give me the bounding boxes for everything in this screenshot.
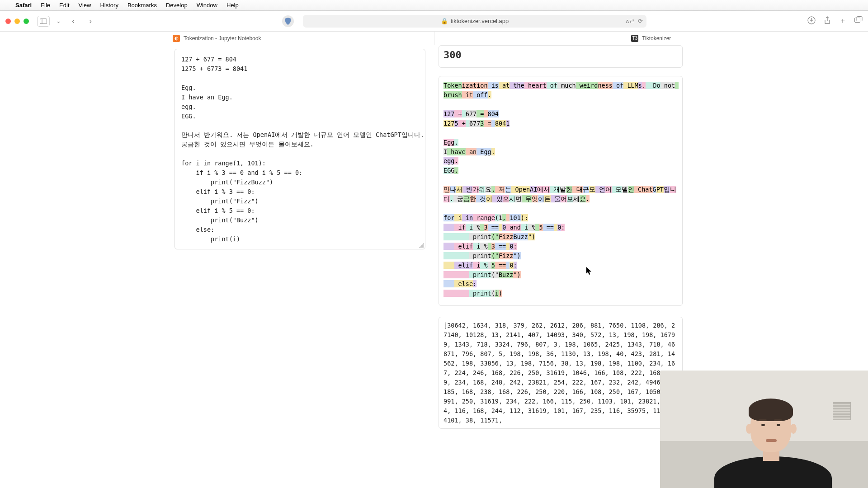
token-count-value: 300 [443,49,462,61]
menubar-app[interactable]: Safari [15,2,32,9]
downloads-icon[interactable] [807,16,816,26]
tab-group-menu[interactable]: ⌄ [54,16,62,27]
tab-label: Tiktokenizer [642,35,671,42]
menu-edit[interactable]: Edit [59,2,69,9]
back-button[interactable]: ‹ [67,16,80,27]
menu-bookmarks[interactable]: Bookmarks [127,2,157,9]
output-pane: 300 Tokenization is at the heart of much… [434,45,687,488]
menu-view[interactable]: View [79,2,91,9]
browser-tab-strip: ◐ Tokenization - Jupyter Notebook T3 Tik… [0,32,868,45]
tab-label: Tokenization - Jupyter Notebook [184,35,261,42]
webcam-overlay [660,371,868,488]
menu-file[interactable]: File [41,2,50,9]
token-ids-card: [30642, 1634, 318, 379, 262, 2612, 286, … [439,317,683,429]
menu-history[interactable]: History [100,2,118,9]
translate-icon[interactable]: ᴀ⇄ [626,18,634,24]
url-bar[interactable]: 🔒 tiktokenizer.vercel.app ᴀ⇄ ⟳ [303,15,646,28]
jupyter-favicon: ◐ [173,35,180,42]
close-window-button[interactable] [5,19,11,24]
sidebar-toggle-button[interactable] [37,16,50,27]
zoom-window-button[interactable] [24,19,29,24]
macos-menubar: Safari File Edit View History Bookmarks … [0,0,868,11]
tab-overview-icon[interactable] [854,16,863,26]
lock-icon: 🔒 [441,18,448,24]
tiktokenizer-favicon: T3 [631,35,638,42]
reload-icon[interactable]: ⟳ [638,18,643,24]
menu-help[interactable]: Help [226,2,239,9]
window-controls [5,19,29,24]
url-text: tiktokenizer.vercel.app [451,18,509,24]
input-textarea[interactable]: 127 + 677 = 804 1275 + 6773 = 8041 Egg. … [175,49,425,249]
tab-jupyter[interactable]: ◐ Tokenization - Jupyter Notebook [0,32,434,45]
tokenized-text-card: Tokenization is at the heart of much wei… [439,76,683,306]
minimize-window-button[interactable] [14,19,20,24]
safari-toolbar: ⌄ ‹ › 🔒 tiktokenizer.vercel.app ᴀ⇄ ⟳ ＋ [0,11,868,32]
svg-rect-3 [855,18,860,22]
new-tab-icon[interactable]: ＋ [839,16,846,26]
mouse-cursor [586,267,592,276]
menu-window[interactable]: Window [197,2,217,9]
forward-button[interactable]: › [84,16,97,27]
menu-develop[interactable]: Develop [166,2,188,9]
input-pane: 127 + 677 = 804 1275 + 6773 = 8041 Egg. … [0,45,434,488]
share-icon[interactable] [824,16,831,26]
tab-tiktokenizer[interactable]: T3 Tiktokenizer [434,32,868,45]
svg-rect-4 [857,16,862,21]
token-count-card: 300 [439,45,683,68]
svg-rect-0 [40,19,47,23]
privacy-report-icon[interactable] [282,15,294,27]
